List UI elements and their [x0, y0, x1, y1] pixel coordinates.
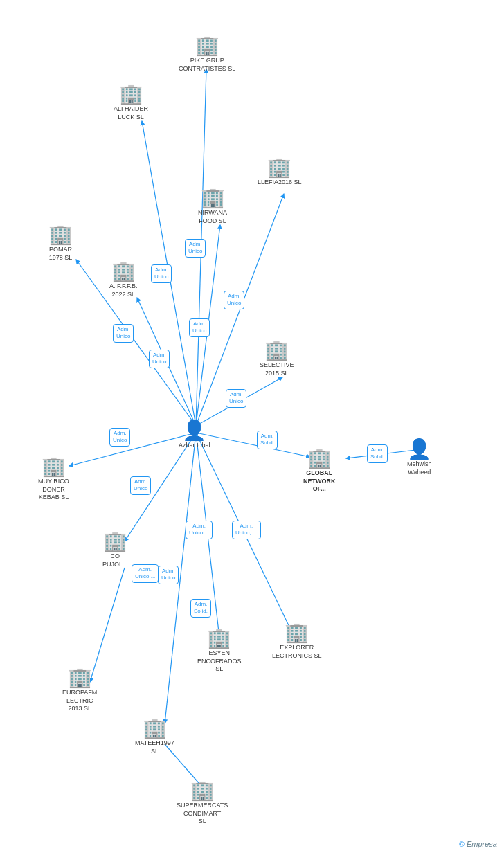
- node-label: MehwishWaheed: [407, 460, 432, 476]
- node-nirwana-food[interactable]: 🏢 NIRWANAFOOD SL: [198, 188, 227, 225]
- building-icon: 🏢: [190, 781, 215, 800]
- node-muy-rico[interactable]: 🏢 MUY RICODONERKEBAB SL: [38, 457, 69, 502]
- building-icon: 🏢: [111, 262, 136, 281]
- node-label: ESYENENCOFRADOSSL: [197, 649, 242, 674]
- building-icon: 🏢: [42, 457, 66, 476]
- badge-adm-unico-11[interactable]: Adm.Unico,....: [232, 521, 261, 539]
- building-icon: 🏢: [207, 629, 231, 648]
- node-label: EUROPAFMLECTRIC2013 SL: [62, 689, 97, 713]
- node-pomar1978[interactable]: 🏢 POMAR1978 SL: [48, 225, 73, 262]
- badge-adm-unico-2[interactable]: Adm.Unico: [151, 264, 172, 283]
- node-label: POMAR1978 SL: [49, 246, 73, 262]
- node-label: ALI HAIDERLUCK SL: [114, 105, 148, 121]
- person-icon: 👤: [407, 440, 431, 459]
- node-label: EXPLORERLECTRONICS SL: [272, 644, 322, 660]
- building-icon: 🏢: [285, 623, 309, 642]
- node-label: NIRWANAFOOD SL: [198, 209, 227, 225]
- node-pike-grup[interactable]: 🏢 PIKE GRUPCONTRATISTES SL: [179, 36, 235, 73]
- badge-adm-unico-1[interactable]: Adm.Unico: [185, 239, 206, 258]
- badge-adm-unico-9[interactable]: Adm.Unico: [130, 476, 151, 495]
- node-esyen[interactable]: 🏢 ESYENENCOFRADOSSL: [197, 629, 242, 674]
- svg-line-7: [196, 433, 310, 457]
- building-icon: 🏢: [264, 341, 289, 360]
- svg-line-12: [90, 568, 125, 682]
- person-icon: 👤: [182, 421, 206, 440]
- badge-adm-unico-13[interactable]: Adm.Unico: [158, 566, 179, 584]
- badge-adm-unico-5[interactable]: Adm.Unico: [189, 318, 210, 337]
- node-azhar-iqbal[interactable]: 👤 Azhar Iqbal: [179, 421, 210, 450]
- node-label: PIKE GRUPCONTRATISTES SL: [179, 57, 235, 73]
- node-explorer[interactable]: 🏢 EXPLORERLECTRONICS SL: [272, 623, 322, 660]
- node-mateeh1997[interactable]: 🏢 MATEEH1997SL: [135, 719, 174, 755]
- node-selective2015[interactable]: 🏢 SELECTIVE2015 SL: [260, 341, 294, 377]
- building-icon: 🏢: [267, 158, 291, 177]
- node-afffb2022[interactable]: 🏢 A. F.F.F.B.2022 SL: [109, 262, 138, 298]
- building-icon: 🏢: [195, 36, 219, 55]
- node-label: GLOBALNETWORKOF...: [303, 469, 336, 494]
- building-icon: 🏢: [103, 532, 127, 551]
- node-label: SELECTIVE2015 SL: [260, 361, 294, 377]
- building-icon: 🏢: [48, 225, 73, 244]
- building-icon-orange: 🏢: [307, 449, 332, 468]
- node-label: MUY RICODONERKEBAB SL: [38, 478, 69, 502]
- node-ali-haider[interactable]: 🏢 ALI HAIDERLUCK SL: [114, 84, 148, 121]
- node-llefia2016[interactable]: 🏢 LLEFIA2016 SL: [258, 158, 302, 187]
- svg-line-8: [69, 433, 196, 466]
- node-label: SUPERMERCATSCONDIMARTSL: [177, 802, 228, 826]
- badge-adm-unico-6[interactable]: Adm.Unico: [224, 291, 244, 309]
- watermark-copyright: ©: [459, 840, 465, 848]
- node-supermercats[interactable]: 🏢 SUPERMERCATSCONDIMARTSL: [177, 781, 228, 826]
- node-label: A. F.F.F.B.2022 SL: [109, 282, 138, 298]
- badge-adm-unico-4[interactable]: Adm.Unico: [149, 350, 170, 368]
- building-icon: 🏢: [143, 719, 167, 738]
- node-co-pujol[interactable]: 🏢 COPUJOL...: [102, 532, 128, 568]
- badge-adm-unico-8[interactable]: Adm.Unico: [109, 428, 130, 447]
- badge-adm-unico-10[interactable]: Adm.Unico,...: [186, 521, 213, 539]
- badge-adm-unico-7[interactable]: Adm.Unico: [226, 389, 246, 408]
- node-label: Azhar Iqbal: [179, 442, 210, 450]
- building-icon: 🏢: [119, 84, 143, 104]
- network-graph: 🏢 PIKE GRUPCONTRATISTES SL 🏢 ALI HAIDERL…: [0, 0, 504, 855]
- connection-lines: [0, 0, 504, 855]
- node-mehwish-waheed[interactable]: 👤 MehwishWaheed: [407, 440, 432, 476]
- badge-adm-solid-1[interactable]: Adm.Solid.: [257, 431, 278, 449]
- node-label: MATEEH1997SL: [135, 739, 174, 755]
- badge-adm-unico-12[interactable]: Adm.Unico,...: [132, 564, 159, 583]
- node-label: LLEFIA2016 SL: [258, 179, 302, 187]
- building-icon: 🏢: [201, 188, 225, 208]
- node-label: COPUJOL...: [102, 552, 128, 568]
- badge-adm-unico-3[interactable]: Adm.Unico: [113, 324, 134, 343]
- building-icon: 🏢: [68, 668, 92, 687]
- badge-adm-solid-2[interactable]: Adm.Solid.: [367, 444, 388, 463]
- badge-adm-solid-3[interactable]: Adm.Solid.: [190, 599, 211, 618]
- node-europafm[interactable]: 🏢 EUROPAFMLECTRIC2013 SL: [62, 668, 97, 713]
- watermark-brand: Empresa: [467, 840, 497, 848]
- watermark: © Empresa: [459, 840, 497, 848]
- node-global-network[interactable]: 🏢 GLOBALNETWORKOF...: [303, 449, 336, 494]
